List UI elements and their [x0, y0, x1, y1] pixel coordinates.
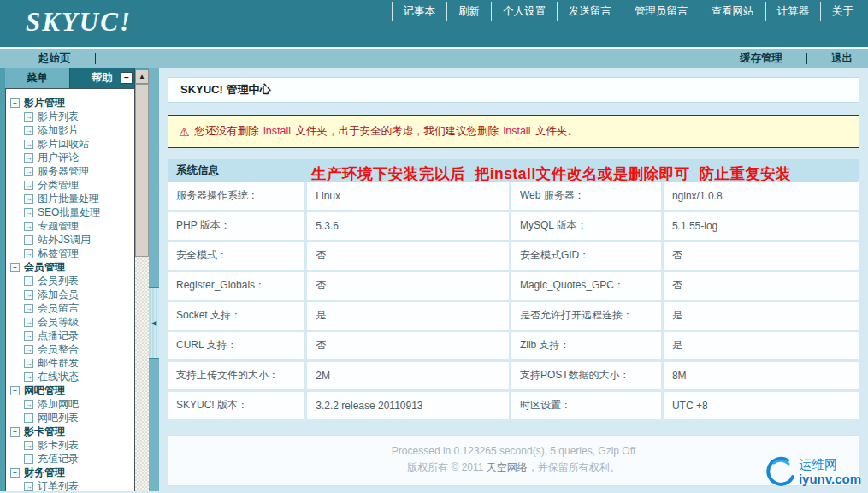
tree-item-recharge-records[interactable]: →充值记录 — [9, 452, 134, 466]
sky-network-link[interactable]: 天空网络 — [487, 461, 528, 473]
tree-item-vod-records[interactable]: →点播记录 — [9, 329, 134, 342]
info-value: 是 — [662, 331, 859, 361]
tree-item-tag-mgmt[interactable]: →标签管理 — [9, 246, 134, 260]
item-arrow-icon: → — [24, 126, 33, 135]
info-label: 支持POST数据的大小： — [510, 361, 662, 391]
collapse-node-icon[interactable]: − — [10, 427, 20, 437]
system-info-table: 服务器操作系统： Linux Web 服务器： nginx/1.0.8 PHP … — [168, 182, 859, 422]
info-value: 2M — [306, 361, 511, 391]
info-value: 5.1.55-log — [662, 211, 859, 241]
tree-item-external-js[interactable]: →站外JS调用 — [9, 233, 134, 246]
sidebar-splitter[interactable]: ◀ — [149, 68, 159, 491]
item-arrow-icon: → — [24, 167, 33, 176]
info-label: Web 服务器： — [510, 182, 662, 211]
scrollbar-up-button[interactable]: ▲ — [135, 69, 149, 84]
menu-item-personal-settings[interactable]: 个人设置 — [491, 2, 557, 21]
red-annotation-overlay: 生产环境下安装完以后 把install文件改名或是删除即可 防止重复安装 — [311, 163, 792, 184]
info-value: 5.3.6 — [306, 211, 511, 241]
menu-item-admin-messages[interactable]: 管理员留言 — [623, 2, 700, 21]
main-content: SKYUC! 管理中心 ⚠ 您还没有删除 install 文件夹，出于安全的考虑… — [159, 68, 868, 491]
tree-item-server-mgmt[interactable]: →服务器管理 — [9, 164, 134, 178]
nav-logout[interactable]: 退出 — [831, 51, 853, 66]
watermark-name: 运维网 — [799, 457, 861, 472]
item-arrow-icon: → — [24, 249, 33, 258]
menu-item-notepad[interactable]: 记事本 — [392, 2, 447, 21]
menu-item-calculator[interactable]: 计算器 — [765, 2, 821, 21]
nav-start-page[interactable]: 起始页 — [38, 51, 71, 66]
info-label: 支持上传文件的大小： — [168, 361, 306, 391]
scrollbar-thumb[interactable] — [135, 84, 149, 257]
minimize-sidebar-button[interactable]: − — [121, 72, 133, 84]
tree-item-movie-recycle[interactable]: →影片回收站 — [9, 137, 134, 151]
info-label: 安全模式GID： — [510, 241, 662, 271]
info-value: 8M — [662, 361, 859, 391]
table-row: CURL 支持： 否 Zlib 支持： 是 — [168, 331, 859, 361]
tree-item-member-list[interactable]: →会员列表 — [9, 274, 134, 288]
table-row: SKYUC! 版本： 3.2.2 release 20110913 时区设置： … — [168, 391, 859, 421]
tree-item-category-mgmt[interactable]: →分类管理 — [9, 178, 134, 192]
menu-item-about[interactable]: 关于 — [820, 2, 865, 21]
tree-item-member-integration[interactable]: →会员整合 — [9, 342, 134, 356]
info-label: CURL 支持： — [168, 331, 306, 361]
page-title: SKYUC! 管理中心 — [168, 77, 859, 103]
tree-item-image-batch[interactable]: →图片批量处理 — [9, 192, 134, 205]
item-arrow-icon: → — [24, 112, 33, 122]
info-value: 否 — [306, 331, 511, 361]
collapse-node-icon[interactable]: − — [10, 468, 20, 478]
skyuc-admin-window: SKYUC! 记事本 刷新 个人设置 发送留言 管理员留言 查看网站 计算器 关… — [0, 0, 868, 491]
info-value: 3.2.2 release 20110913 — [306, 391, 511, 421]
tree-item-member-messages[interactable]: →会员留言 — [9, 301, 134, 315]
info-label: Magic_Quotes_GPC： — [510, 271, 662, 301]
item-arrow-icon: → — [24, 318, 33, 327]
tree-item-online-status[interactable]: →在线状态 — [9, 370, 134, 383]
tree-section-netbar-mgmt[interactable]: −网吧管理 — [9, 383, 134, 397]
collapse-sidebar-button[interactable]: ◀ — [149, 287, 159, 359]
collapse-node-icon[interactable]: − — [10, 386, 20, 395]
item-arrow-icon: → — [24, 208, 33, 217]
info-value: 否 — [662, 271, 859, 301]
info-label: Zlib 支持： — [510, 331, 662, 361]
iyunv-watermark: 运维网 iyunv.com — [763, 454, 861, 490]
tree-item-topic-mgmt[interactable]: →专题管理 — [9, 219, 134, 233]
info-value: Linux — [306, 182, 511, 211]
tree-item-seo-batch[interactable]: →SEO批量处理 — [9, 205, 134, 219]
warning-text: 您还没有删除 install 文件夹，出于安全的考虑，我们建议您删除 insta… — [195, 124, 578, 139]
tree-item-order-list[interactable]: →订单列表 — [9, 479, 134, 491]
tree-item-netbar-list[interactable]: →网吧列表 — [9, 411, 134, 425]
footer-stats: Processed in 0.123265 second(s), 5 queri… — [168, 443, 859, 460]
tree-item-user-comments[interactable]: →用户评论 — [9, 151, 134, 164]
table-row: Register_Globals： 否 Magic_Quotes_GPC： 否 — [168, 271, 859, 301]
menu-item-send-message[interactable]: 发送留言 — [557, 2, 623, 21]
collapse-node-icon[interactable]: − — [10, 263, 20, 272]
tree-item-member-levels[interactable]: →会员等级 — [9, 315, 134, 329]
sidebar-tabbar: 菜单 帮助 — [5, 68, 135, 88]
tree-item-moviecard-list[interactable]: →影卡列表 — [9, 438, 134, 452]
menu-item-refresh[interactable]: 刷新 — [446, 2, 491, 21]
top-menu: 记事本 刷新 个人设置 发送留言 管理员留言 查看网站 计算器 关于 — [392, 2, 865, 21]
item-arrow-icon: → — [24, 222, 33, 231]
tree-section-finance-mgmt[interactable]: −财务管理 — [9, 466, 134, 479]
collapse-node-icon[interactable]: − — [10, 98, 20, 108]
tree-item-add-member[interactable]: →添加会员 — [9, 288, 134, 301]
table-row: PHP 版本： 5.3.6 MySQL 版本： 5.1.55-log — [168, 211, 859, 241]
tree-item-movie-list[interactable]: →影片列表 — [9, 110, 134, 123]
tree-item-add-movie[interactable]: →添加影片 — [9, 123, 134, 137]
info-label: MySQL 版本： — [510, 211, 662, 241]
menu-item-view-site[interactable]: 查看网站 — [700, 2, 765, 21]
tree-section-member-mgmt[interactable]: −会员管理 — [9, 260, 134, 274]
nav-cache-management[interactable]: 缓存管理 — [740, 51, 782, 66]
item-arrow-icon: → — [24, 140, 33, 149]
item-arrow-icon: → — [24, 482, 33, 491]
iyunv-logo-icon — [763, 454, 797, 490]
info-label: 服务器操作系统： — [168, 182, 306, 211]
item-arrow-icon: → — [24, 181, 33, 190]
item-arrow-icon: → — [24, 276, 33, 286]
app-logo: SKYUC! — [26, 7, 132, 38]
tree-section-movie-mgmt[interactable]: −影片管理 — [9, 96, 134, 110]
tree-item-add-netbar[interactable]: →添加网吧 — [9, 397, 134, 411]
tree-section-moviecard-mgmt[interactable]: −影卡管理 — [9, 425, 134, 438]
tab-menu[interactable]: 菜单 — [5, 68, 70, 88]
menu-tree-panel: −影片管理 →影片列表 →添加影片 →影片回收站 →用户评论 →服务器管理 →分… — [5, 88, 135, 491]
sub-header: 起始页 缓存管理 退出 — [0, 47, 868, 68]
tree-item-mass-email[interactable]: →邮件群发 — [9, 356, 134, 370]
